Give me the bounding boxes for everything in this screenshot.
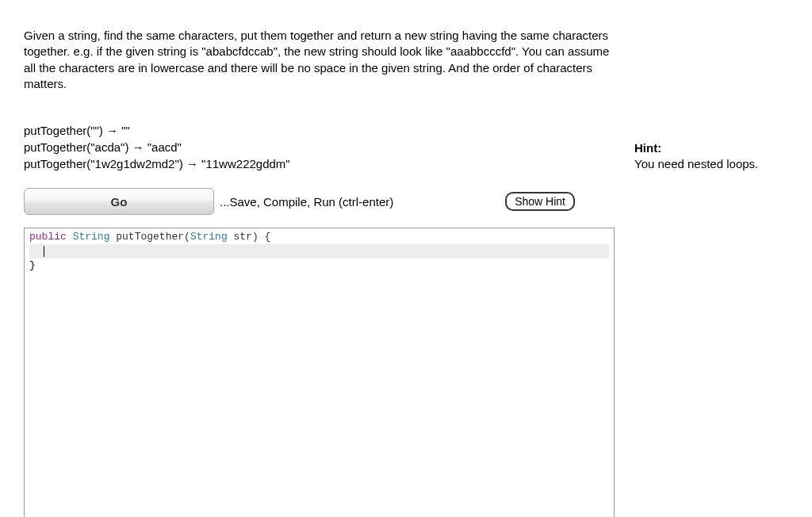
keyword-public: public xyxy=(29,231,67,243)
example-line: putTogether("1w2g1dw2md2") → "11ww222gdd… xyxy=(24,155,615,172)
arrow-icon: → xyxy=(132,140,144,154)
example-result: "aacd" xyxy=(147,140,182,154)
arrow-icon: → xyxy=(106,124,118,137)
examples-block: putTogether("") → "" putTogether("acda")… xyxy=(24,122,615,172)
example-line: putTogether("acda") → "aacd" xyxy=(24,139,615,155)
hint-label: Hint: xyxy=(634,140,788,156)
go-button[interactable]: Go xyxy=(24,188,214,215)
function-name: putTogether xyxy=(116,231,184,243)
example-result: "11ww222gddm" xyxy=(201,157,290,170)
example-call: putTogether("") xyxy=(24,124,103,137)
code-line xyxy=(29,244,609,258)
keyword-type: String xyxy=(73,231,110,243)
code-line: public String putTogether(String str) { xyxy=(29,230,609,244)
example-call: putTogether("1w2g1dw2md2") xyxy=(24,157,183,170)
keyword-type: String xyxy=(190,231,228,243)
problem-description: Given a string, find the same characters… xyxy=(24,28,615,92)
param-name: str xyxy=(234,231,252,243)
example-call: putTogether("acda") xyxy=(24,140,128,154)
helper-text: ...Save, Compile, Run (ctrl-enter) xyxy=(218,193,501,210)
show-hint-button[interactable]: Show Hint xyxy=(505,192,575,211)
controls-row: Go ...Save, Compile, Run (ctrl-enter) Sh… xyxy=(24,188,615,215)
hint-text: You need nested loops. xyxy=(634,156,788,172)
hint-box: Hint: You need nested loops. xyxy=(634,140,788,173)
example-result: "" xyxy=(121,124,130,137)
arrow-icon: → xyxy=(186,157,198,170)
example-line: putTogether("") → "" xyxy=(24,122,615,139)
code-editor[interactable]: public String putTogether(String str) { … xyxy=(24,228,615,517)
text-cursor-icon xyxy=(44,246,44,257)
code-line: } xyxy=(29,258,609,273)
